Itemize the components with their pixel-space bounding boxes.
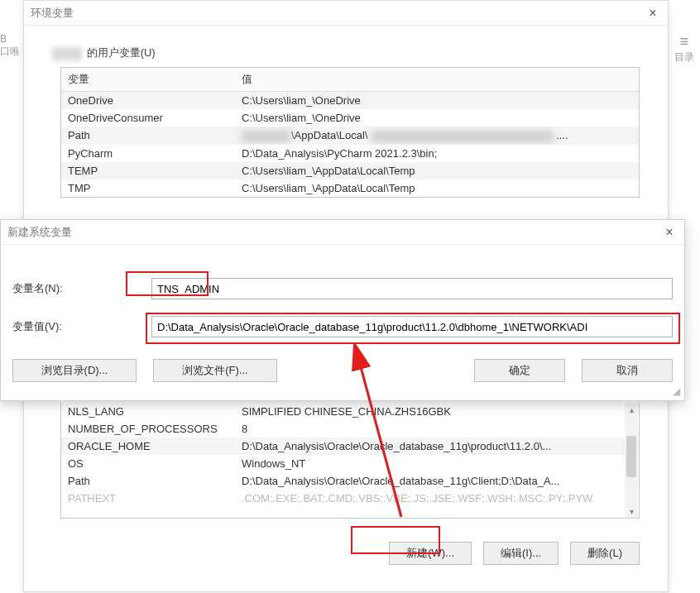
table-row[interactable]: Path\AppData\Local\ .... [61, 127, 639, 145]
browse-directory-button[interactable]: 浏览目录(D)... [12, 359, 137, 382]
var-name-cell: ORACLE_HOME [61, 438, 235, 455]
resize-grip-icon[interactable]: ◢ [673, 389, 683, 399]
table-row[interactable]: PathD:\Data_Analysis\Oracle\Oracle_datab… [61, 472, 639, 490]
system-vars-scrollbar[interactable]: ▴ ▾ [625, 403, 638, 518]
table-row[interactable]: ORACLE_HOMED:\Data_Analysis\Oracle\Oracl… [61, 438, 639, 455]
var-name-cell: OneDrive [61, 92, 235, 110]
close-icon[interactable]: × [661, 224, 678, 241]
system-vars-button-row: 新建(W)... 编辑(I)... 删除(L) [24, 542, 640, 565]
table-row[interactable]: NUMBER_OF_PROCESSORS8 [61, 420, 639, 438]
var-value-cell: C:\Users\liam_\OneDrive [235, 92, 639, 110]
table-row[interactable]: PATHEXT.COM;.EXE;.BAT;.CMD;.VBS;.VBE;.JS… [61, 490, 639, 507]
scroll-up-icon[interactable]: ▴ [625, 403, 638, 416]
bg-left-line1: B [0, 33, 23, 45]
background-left-strip: B 口唯 [0, 33, 23, 83]
env-window-title: 环境变量 [31, 6, 645, 21]
env-titlebar: 环境变量 × [24, 1, 668, 26]
var-value-cell: D:\Data_Analysis\PyCharm 2021.2.3\bin; [235, 145, 639, 162]
var-value-cell: D:\Data_Analysis\Oracle\Oracle_database_… [235, 472, 639, 490]
new-dialog-title: 新建系统变量 [7, 225, 661, 240]
var-value-input[interactable] [151, 316, 673, 337]
new-dialog-titlebar: 新建系统变量 × [1, 220, 684, 245]
var-value-cell: D:\Data_Analysis\Oracle\Oracle_database_… [235, 438, 639, 455]
var-name-label: 变量名(N): [12, 281, 151, 296]
col-header-variable[interactable]: 变量 [61, 68, 235, 92]
var-value-cell: C:\Users\liam_\AppData\Local\Temp [235, 162, 639, 179]
var-name-cell: TMP [61, 179, 235, 197]
toc-icon: ≡ [669, 33, 700, 50]
var-value-cell: SIMPLIFIED CHINESE_CHINA.ZHS16GBK [235, 403, 639, 420]
var-value-label: 变量值(V): [12, 319, 151, 334]
edit-system-var-button[interactable]: 编辑(I)... [483, 542, 559, 565]
browse-file-button[interactable]: 浏览文件(F)... [153, 359, 277, 382]
table-row[interactable]: OneDriveC:\Users\liam_\OneDrive [61, 92, 639, 110]
background-right-strip: ≡ 目录 [669, 33, 700, 83]
scroll-thumb[interactable] [626, 436, 636, 477]
user-vars-section-label: 的用户变量(U) [24, 26, 668, 67]
user-vars-suffix: 的用户变量(U) [87, 46, 156, 59]
var-name-cell: OneDriveConsumer [61, 109, 235, 127]
var-name-cell: Path [61, 472, 235, 490]
cancel-button[interactable]: 取消 [582, 359, 673, 382]
close-icon[interactable]: × [645, 5, 661, 22]
system-vars-table[interactable]: NLS_LANGSIMPLIFIED CHINESE_CHINA.ZHS16GB… [61, 403, 639, 507]
table-row[interactable]: OneDriveConsumerC:\Users\liam_\OneDrive [61, 109, 639, 127]
var-value-cell: Windows_NT [235, 455, 639, 472]
var-value-cell: \AppData\Local\ .... [235, 127, 639, 145]
var-value-cell: C:\Users\liam_\OneDrive [235, 109, 639, 127]
bg-left-line2: 口唯 [0, 45, 23, 59]
system-vars-table-wrap: NLS_LANGSIMPLIFIED CHINESE_CHINA.ZHS16GB… [60, 403, 640, 519]
var-name-cell: OS [61, 455, 235, 472]
col-header-value[interactable]: 值 [235, 68, 639, 92]
table-row[interactable]: TMPC:\Users\liam_\AppData\Local\Temp [61, 179, 639, 197]
user-vars-table[interactable]: 变量 值 OneDriveC:\Users\liam_\OneDriveOneD… [61, 68, 639, 197]
var-name-input[interactable] [151, 278, 673, 299]
var-name-cell: NLS_LANG [61, 403, 235, 420]
delete-system-var-button[interactable]: 删除(L) [570, 542, 640, 565]
new-system-variable-dialog: 新建系统变量 × 变量名(N): 变量值(V): 浏览目录(D)... 浏览文件… [0, 219, 685, 401]
var-value-cell: .COM;.EXE;.BAT;.CMD;.VBS;.VBE;.JS;.JSE;.… [235, 490, 639, 507]
var-value-cell: 8 [235, 420, 639, 438]
var-value-cell: C:\Users\liam_\AppData\Local\Temp [235, 179, 639, 197]
toc-label: 目录 [669, 50, 700, 65]
table-row[interactable]: TEMPC:\Users\liam_\AppData\Local\Temp [61, 162, 639, 179]
table-row[interactable]: OSWindows_NT [61, 455, 639, 472]
var-name-cell: PyCharm [61, 145, 235, 162]
var-name-cell: Path [61, 127, 235, 145]
scroll-down-icon[interactable]: ▾ [625, 505, 638, 518]
var-name-cell: NUMBER_OF_PROCESSORS [61, 420, 235, 438]
new-system-var-button[interactable]: 新建(W)... [389, 542, 472, 565]
table-row[interactable]: PyCharmD:\Data_Analysis\PyCharm 2021.2.3… [61, 145, 639, 162]
var-name-cell: PATHEXT [61, 490, 235, 507]
table-row[interactable]: NLS_LANGSIMPLIFIED CHINESE_CHINA.ZHS16GB… [61, 403, 639, 420]
username-blurred [52, 47, 82, 60]
var-name-cell: TEMP [61, 162, 235, 179]
ok-button[interactable]: 确定 [474, 359, 565, 382]
user-vars-table-wrap: 变量 值 OneDriveC:\Users\liam_\OneDriveOneD… [60, 67, 640, 198]
